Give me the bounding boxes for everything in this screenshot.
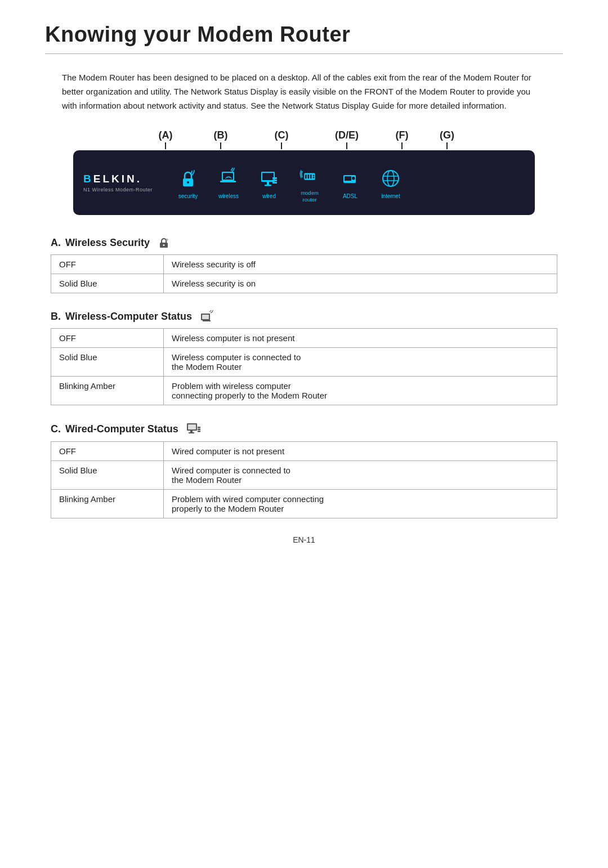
desc-cell: Wired computer is connected to the Modem… [164,461,557,490]
modem-router-label: modem router [301,190,319,203]
section-a-heading: A. Wireless Security [51,236,557,249]
state-cell: Solid Blue [51,274,164,293]
svg-point-23 [387,171,394,186]
section-b: B. Wireless-Computer Status OFF Wireless… [51,310,557,405]
svg-rect-29 [202,315,209,319]
adsl-label: ADSL [343,193,357,200]
svg-rect-14 [307,175,309,178]
svg-rect-35 [198,427,200,428]
table-row: Solid Blue Wireless security is on [51,274,557,293]
section-c-table: OFF Wired computer is not present Solid … [51,441,557,518]
state-cell: Solid Blue [51,348,164,377]
icon-adsl: ADSL [338,166,363,200]
svg-point-16 [313,175,315,177]
diagram-label-a: (A) [159,129,173,149]
svg-rect-33 [190,431,193,432]
wireless-security-icon [158,236,170,249]
section-b-title: Wireless-Computer Status [65,311,192,323]
icon-wired: wired [257,166,281,200]
section-c-heading: C. Wired-Computer Status [51,422,557,436]
svg-rect-9 [272,177,277,179]
svg-point-22 [383,171,399,186]
desc-cell: Wireless security is off [164,255,557,274]
section-c-letter: C. [51,423,61,435]
icon-internet: internet [378,166,403,200]
wireless-computer-icon [200,310,214,323]
section-b-table: OFF Wireless computer is not present Sol… [51,328,557,405]
section-b-heading: B. Wireless-Computer Status [51,310,557,323]
desc-cell: Wireless computer is not present [164,329,557,348]
svg-rect-34 [189,432,194,433]
security-label: security [178,193,198,200]
page-number: EN-11 [293,535,315,544]
svg-rect-6 [262,173,274,180]
table-row: Blinking Amber Problem with wireless com… [51,377,557,405]
page-footer: EN-11 [45,535,563,544]
svg-rect-13 [305,175,307,178]
brand-name: BELKIN. [83,173,142,185]
state-cell: Blinking Amber [51,490,164,518]
svg-point-17 [313,177,315,178]
svg-rect-15 [310,175,312,178]
state-cell: OFF [51,442,164,461]
svg-point-1 [187,181,189,184]
state-cell: OFF [51,255,164,274]
svg-rect-21 [352,177,355,180]
svg-rect-10 [272,180,277,181]
desc-cell: Wired computer is not present [164,442,557,461]
diagram-label-g: (G) [440,129,454,149]
section-c: C. Wired-Computer Status OFF Wired compu… [51,422,557,518]
intro-paragraph: The Modem Router has been designed to be… [62,71,546,113]
desc-cell: Wireless security is on [164,274,557,293]
state-cell: Blinking Amber [51,377,164,405]
table-row: Solid Blue Wireless computer is connecte… [51,348,557,377]
brand-subtitle: N1 Wireless Modem-Router [83,187,153,193]
table-row: OFF Wireless computer is not present [51,329,557,348]
diagram-label-b: (B) [214,129,228,149]
desc-cell: Problem with wireless computer connectin… [164,377,557,405]
section-b-letter: B. [51,311,61,323]
svg-rect-4 [220,181,236,182]
state-cell: Solid Blue [51,461,164,490]
section-a-letter: A. [51,237,61,249]
diagram-label-f: (F) [396,129,409,149]
icon-security: security [176,166,200,200]
section-a: A. Wireless Security OFF Wireless securi… [51,236,557,293]
state-cell: OFF [51,329,164,348]
router-panel: BELKIN. N1 Wireless Modem-Router securit… [73,150,535,215]
internet-label: internet [381,193,400,200]
wired-computer-icon [186,422,201,436]
table-row: OFF Wireless security is off [51,255,557,274]
icon-wireless: wireless [216,166,241,200]
svg-rect-19 [345,176,351,181]
svg-point-27 [163,244,164,246]
page-title: Knowing your Modem Router [45,23,563,47]
svg-rect-32 [188,424,196,429]
page-header: Knowing your Modem Router [45,0,563,54]
table-row: OFF Wired computer is not present [51,442,557,461]
desc-cell: Problem with wired computer connecting p… [164,490,557,518]
wireless-label: wireless [218,193,239,200]
svg-rect-30 [203,320,211,321]
icon-modem-router: modem router [297,163,322,203]
brand-section: BELKIN. N1 Wireless Modem-Router [83,173,162,193]
diagram-label-c: (C) [275,129,289,149]
desc-cell: Wireless computer is connected to the Mo… [164,348,557,377]
diagram-label-de: (D/E) [335,129,359,149]
diagram-section: (A) (B) (C) (D/E) (F) [45,129,563,215]
table-row: Blinking Amber Problem with wired comput… [51,490,557,518]
table-row: Solid Blue Wired computer is connected t… [51,461,557,490]
section-a-title: Wireless Security [65,237,150,249]
section-a-table: OFF Wireless security is off Solid Blue … [51,254,557,293]
wired-label: wired [262,193,276,200]
svg-rect-11 [272,182,277,184]
svg-rect-37 [198,431,200,432]
svg-rect-36 [198,429,200,431]
svg-rect-8 [265,185,271,186]
svg-rect-7 [267,182,269,185]
section-c-title: Wired-Computer Status [65,423,178,435]
diagram-labels: (A) (B) (C) (D/E) (F) [73,129,535,150]
